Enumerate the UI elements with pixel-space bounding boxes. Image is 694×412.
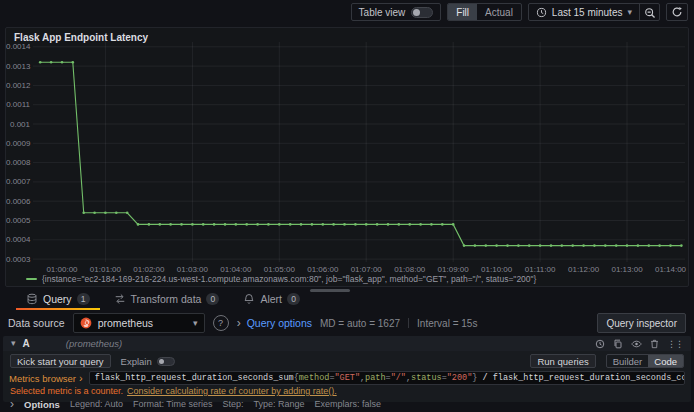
query-row-actions: ⋮⋮ [595, 339, 683, 349]
time-range-label: Last 15 minutes [552, 7, 623, 18]
option-summary: Format: Time series [133, 399, 213, 409]
x-axis-tick: 01:00:00 [46, 265, 77, 274]
help-icon: ? [218, 318, 223, 328]
bell-icon [243, 293, 255, 305]
y-axis-tick: 0.0008 [6, 158, 30, 167]
database-icon [26, 293, 38, 305]
copy-icon [613, 339, 623, 349]
query-options-footer: › Options Legend: AutoFormat: Time serie… [3, 397, 691, 411]
clock-icon [536, 7, 547, 18]
x-axis-tick: 01:07:00 [351, 265, 382, 274]
option-summary: Exemplars: false [315, 399, 382, 409]
y-axis-tick: 0.0004 [6, 235, 30, 244]
remove-query-button[interactable] [650, 339, 659, 349]
builder-option[interactable]: Builder [607, 355, 649, 367]
duplicate-query-button[interactable] [613, 339, 623, 349]
table-view-switch[interactable] [411, 7, 433, 18]
grafana-panel-editor: Table view Fill Actual Last 15 minutes ▾ [0, 0, 694, 412]
fill-button[interactable]: Fill [448, 4, 477, 20]
tab-count-badge: 1 [77, 293, 90, 305]
options-items: Legend: AutoFormat: Time seriesStep:Type… [70, 399, 381, 409]
tab-alert[interactable]: Alert0 [231, 288, 312, 310]
zoom-out-button[interactable] [639, 4, 659, 21]
caret-down-icon: ▾ [193, 319, 198, 328]
timeseries-panel: Flask App Endpoint Latency {instance="ec… [5, 27, 689, 287]
x-axis-tick: 01:08:00 [394, 265, 425, 274]
time-range-picker[interactable]: Last 15 minutes ▾ [529, 4, 639, 20]
drag-handle-icon[interactable]: ⋮⋮ [667, 339, 683, 349]
metrics-browser-label: Metrics browser [9, 373, 76, 384]
disable-query-button[interactable] [631, 340, 642, 348]
y-axis-tick: 0.0014 [6, 42, 30, 51]
query-code-editor[interactable]: flask_http_request_duration_seconds_sum{… [89, 371, 685, 385]
zoom-out-icon [644, 7, 656, 19]
x-axis-tick: 01:11:00 [525, 265, 556, 274]
transform-icon [114, 293, 126, 305]
code-option[interactable]: Code [648, 355, 683, 367]
refresh-button[interactable] [666, 3, 688, 21]
explain-switch[interactable] [157, 357, 175, 366]
query-history-button[interactable] [595, 339, 605, 349]
x-axis-tick: 01:01:00 [90, 265, 121, 274]
query-inspector-button[interactable]: Query inspector [597, 313, 686, 333]
query-options-toggle[interactable]: › Query options [237, 317, 312, 329]
datasource-help-button[interactable]: ? [213, 315, 229, 331]
tab-label: Transform data [131, 293, 202, 305]
datasource-picker[interactable]: prometheus ▾ [73, 313, 205, 333]
kick-start-query-button[interactable]: Kick start your query [10, 354, 111, 368]
chevron-right-icon: › [237, 317, 241, 329]
options-title[interactable]: Options [24, 399, 60, 410]
chart-canvas[interactable] [33, 42, 685, 262]
datasource-label: Data source [8, 317, 65, 329]
prometheus-icon [80, 317, 92, 329]
counter-warning-row: Selected metric is a counter. Consider c… [3, 386, 691, 396]
tab-count-badge: 0 [206, 293, 219, 305]
query-toolbar: Kick start your query Explain Run querie… [3, 353, 691, 369]
interval-summary: Interval = 15s [417, 318, 477, 329]
tab-transform-data[interactable]: Transform data0 [102, 288, 232, 310]
option-summary: Type: Range [253, 399, 304, 409]
x-axis-tick: 01:02:00 [133, 265, 164, 274]
tab-count-badge: 0 [287, 293, 300, 305]
datasource-name: prometheus [98, 317, 187, 329]
tab-query[interactable]: Query1 [14, 288, 102, 310]
y-axis-tick: 0.0007 [6, 177, 30, 186]
series-legend-item[interactable]: {instance="ec2-184-169-216-224.us-west-1… [26, 274, 536, 284]
x-axis-tick: 01:03:00 [177, 265, 208, 274]
y-axis-tick: 0.001 [6, 120, 30, 129]
max-data-points-summary: MD = auto = 1627 [320, 318, 400, 329]
query-datasource-hint: (prometheus) [66, 338, 123, 349]
y-axis-tick: 0.0011 [6, 100, 30, 109]
chevron-right-icon[interactable]: › [10, 398, 14, 410]
x-axis-tick: 01:04:00 [220, 265, 251, 274]
warning-hint-link[interactable]: Consider calculating rate of counter by … [127, 386, 337, 396]
chevron-right-icon: › [79, 373, 83, 384]
y-axis-tick: 0.0009 [6, 139, 30, 148]
tabs-scrollbar-thumb[interactable] [310, 289, 350, 292]
fill-actual-group: Fill Actual [447, 3, 522, 21]
x-axis-tick: 01:12:00 [568, 265, 599, 274]
refresh-icon [671, 6, 683, 18]
query-field-row: Metrics browser › flask_http_request_dur… [3, 371, 691, 385]
history-icon [595, 339, 605, 349]
actual-button[interactable]: Actual [477, 4, 521, 20]
query-ref-id: A [23, 338, 30, 349]
metrics-browser-toggle[interactable]: Metrics browser › [9, 373, 83, 384]
y-axis-tick: 0.0006 [6, 197, 30, 206]
query-row-header[interactable]: ▾ A (prometheus) ⋮⋮ [3, 336, 691, 351]
x-axis-tick: 01:06:00 [307, 265, 338, 274]
option-summary: Legend: Auto [70, 399, 123, 409]
y-axis-tick: 0.0003 [6, 255, 30, 264]
option-summary: Step: [222, 399, 243, 409]
panel-title[interactable]: Flask App Endpoint Latency [14, 32, 148, 43]
series-color-swatch [26, 278, 37, 280]
time-controls-group: Last 15 minutes ▾ [528, 3, 660, 21]
table-view-group: Table view [351, 3, 442, 21]
query-options-label: Query options [247, 317, 312, 329]
table-view-label: Table view [359, 7, 406, 18]
run-queries-button[interactable]: Run queries [530, 354, 595, 368]
builder-code-toggle: Builder Code [606, 354, 684, 368]
collapse-caret-icon[interactable]: ▾ [11, 339, 16, 348]
query-editor-card: ▾ A (prometheus) ⋮⋮ Kick start yo [3, 336, 691, 402]
x-axis-tick: 01:13:00 [611, 265, 642, 274]
